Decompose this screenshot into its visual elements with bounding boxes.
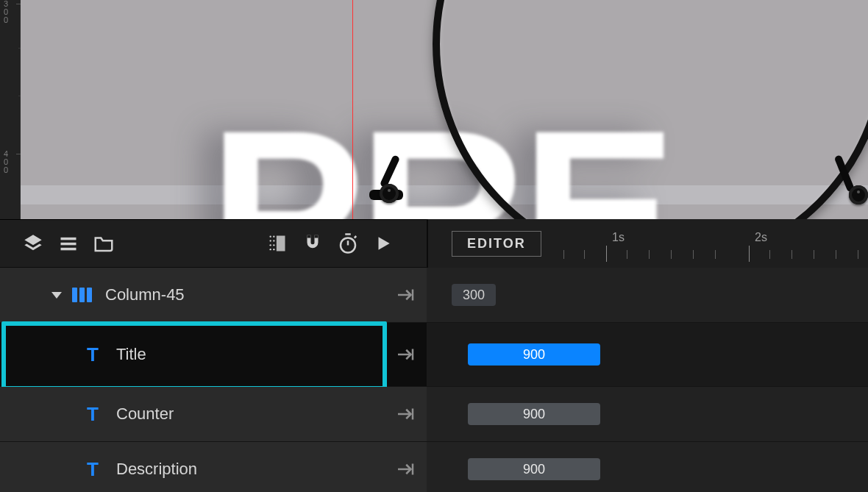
preview-canvas[interactable]: PRE: [21, 0, 868, 219]
vertical-ruler: 3 0 0 4 0 0: [0, 0, 21, 219]
clip-bar[interactable]: 300: [452, 284, 496, 306]
svg-point-8: [270, 244, 271, 246]
selection-highlight: [1, 321, 387, 391]
layer-label: Description: [116, 460, 197, 479]
go-to-end-icon[interactable]: [394, 268, 416, 322]
svg-rect-1: [61, 243, 77, 246]
layer-label: Counter: [116, 404, 174, 424]
clip-bar[interactable]: 900: [468, 343, 600, 366]
clip-value: 900: [523, 462, 545, 477]
go-to-end-icon[interactable]: [394, 323, 416, 386]
svg-point-4: [270, 236, 271, 238]
text-layer-icon: T: [82, 403, 103, 426]
ruler-digit: 0: [2, 166, 10, 174]
layers-icon[interactable]: [22, 232, 44, 254]
ring-prop: [433, 0, 868, 219]
layer-label: Column-45: [105, 285, 185, 304]
svg-point-11: [273, 249, 274, 250]
editor-mode-chip[interactable]: EDITOR: [452, 231, 541, 257]
column-icon: [72, 288, 92, 302]
go-to-end-icon[interactable]: [394, 387, 416, 441]
list-icon[interactable]: [57, 232, 79, 254]
layer-row-description[interactable]: T Description 900: [0, 442, 868, 492]
svg-rect-0: [61, 238, 77, 240]
ruler-digit: 0: [2, 16, 10, 24]
go-to-end-icon[interactable]: [394, 442, 416, 492]
text-layer-icon: T: [82, 458, 103, 481]
text-layer-icon: T: [82, 343, 103, 366]
playhead-line: [352, 0, 353, 219]
svg-point-5: [273, 236, 274, 238]
clip-value: 900: [523, 407, 545, 422]
disclosure-caret-icon[interactable]: [51, 292, 62, 299]
svg-rect-13: [315, 235, 319, 238]
svg-point-7: [273, 240, 274, 241]
layer-label: Title: [116, 345, 146, 364]
magnet-icon[interactable]: [302, 232, 324, 254]
clip-bar[interactable]: 900: [468, 458, 600, 480]
stopwatch-icon[interactable]: [337, 232, 359, 254]
time-header[interactable]: EDITOR 1s 2s: [428, 219, 868, 268]
layer-row-parent[interactable]: Column-45 300: [0, 268, 868, 323]
svg-point-10: [270, 249, 271, 250]
layer-row-title[interactable]: T Title 900: [0, 323, 868, 387]
clip-value: 900: [523, 347, 545, 363]
svg-point-6: [270, 240, 271, 241]
clip-bar[interactable]: 900: [468, 403, 600, 425]
svg-rect-12: [307, 235, 311, 238]
svg-rect-3: [277, 236, 285, 252]
layer-row-counter[interactable]: T Counter 900: [0, 387, 868, 442]
play-icon[interactable]: [372, 232, 394, 254]
preview-viewport[interactable]: 3 0 0 4 0 0 PRE: [0, 0, 868, 219]
selection-grid-icon[interactable]: [266, 232, 288, 254]
bolt-left: [380, 184, 399, 203]
time-mark: 2s: [755, 231, 767, 244]
timeline-rows: Column-45 300 T Title 900: [0, 268, 868, 492]
svg-point-9: [273, 244, 274, 246]
svg-rect-2: [61, 248, 77, 251]
time-mark: 1s: [612, 231, 625, 244]
clip-value: 300: [463, 288, 485, 303]
bolt-right: [849, 185, 868, 204]
folder-icon[interactable]: [93, 232, 115, 254]
